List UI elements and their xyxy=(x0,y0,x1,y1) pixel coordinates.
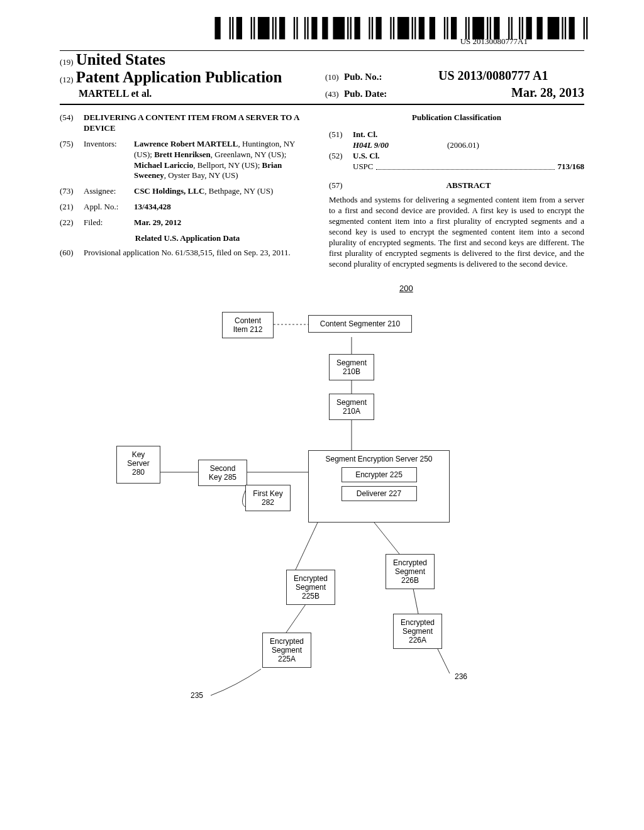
field-num-43: (43) xyxy=(325,89,344,99)
box-segment-210a: Segment 210A xyxy=(329,394,374,420)
box-key-server: Key Server 280 xyxy=(116,446,160,484)
intcl-label: Int. Cl. xyxy=(353,130,584,140)
field-num-54: (54) xyxy=(60,113,84,134)
pubdate-row: (43) Pub. Date: Mar. 28, 2013 xyxy=(325,86,584,100)
field-num-10: (10) xyxy=(325,72,344,82)
field-num-21: (21) xyxy=(60,202,84,213)
invention-title: DELIVERING A CONTENT ITEM FROM A SERVER … xyxy=(84,113,315,134)
figure-diagram: 200 Content Item 212 Content Segmenter 2… xyxy=(60,284,584,711)
provisional-row: (60) Provisional application No. 61/538,… xyxy=(60,248,315,258)
assignee-loc: , Bethpage, NY (US) xyxy=(204,186,273,196)
field-num-73: (73) xyxy=(60,186,84,197)
box-first-key: First Key 282 xyxy=(245,485,291,511)
box-encrypter: Encrypter 225 xyxy=(341,467,417,482)
abstract-text: Methods and systems for delivering a seg… xyxy=(329,195,584,269)
header-right: (10) Pub. No.: US 2013/0080777 A1 (43) P… xyxy=(319,51,584,100)
country-name: United States xyxy=(76,51,165,68)
intcl-block: Int. Cl. H04L 9/00 (2006.01) xyxy=(353,130,584,151)
inventor-3-loc: , Bellport, NY (US); xyxy=(193,160,262,170)
applno-value: 13/434,428 xyxy=(134,202,315,213)
left-column: (54) DELIVERING A CONTENT ITEM FROM A SE… xyxy=(60,113,315,270)
figure-ref-200: 200 xyxy=(399,284,413,293)
uscl-block: U.S. Cl. USPC 713/168 xyxy=(353,151,584,172)
uspc-row: USPC 713/168 xyxy=(353,162,584,172)
box-segment-210b: Segment 210B xyxy=(329,354,374,380)
inventor-2-name: Brett Henriksen xyxy=(154,150,211,159)
inventor-1-name: Lawrence Robert MARTELL xyxy=(134,139,238,148)
field-num-57: (57) xyxy=(329,180,353,191)
header: (19) United States (12) Patent Applicati… xyxy=(60,51,584,100)
inventors-label: Inventors: xyxy=(84,139,134,182)
inventors-value: Lawrence Robert MARTELL, Huntington, NY … xyxy=(134,139,315,182)
box-content-item: Content Item 212 xyxy=(222,312,274,338)
box-enc-seg-225b: Encrypted Segment 225B xyxy=(286,570,335,605)
box-deliverer: Deliverer 227 xyxy=(341,486,417,501)
authors-line: MARTELL et al. xyxy=(60,88,319,99)
pubdate-label: Pub. Date: xyxy=(344,89,438,99)
field-num-75: (75) xyxy=(60,139,84,182)
intcl-code: H04L 9/00 xyxy=(353,140,447,151)
provisional-text: Provisional application No. 61/538,515, … xyxy=(84,248,315,258)
filed-value: Mar. 29, 2012 xyxy=(134,218,315,228)
svg-line-6 xyxy=(296,523,318,570)
patent-page: ▌║▌║█║▌║║▌▌█║▌║▌║█║▌▌║▌║█║▌║║▌▌█║▌║ US 2… xyxy=(0,0,644,830)
assignee-label: Assignee: xyxy=(84,186,134,197)
abstract-label: ABSTRACT xyxy=(353,180,584,191)
pub-class-heading: Publication Classification xyxy=(329,113,584,123)
field-num-19: (19) xyxy=(60,57,74,67)
intcl-year: (2006.01) xyxy=(447,140,479,151)
title-row: (54) DELIVERING A CONTENT ITEM FROM A SE… xyxy=(60,113,315,134)
box-second-key: Second Key 285 xyxy=(198,460,247,486)
inventor-2-loc: , Greenlawn, NY (US); xyxy=(211,150,286,159)
label-seg-enc-server: Segment Encryption Server 250 xyxy=(314,455,444,463)
svg-line-7 xyxy=(374,523,399,554)
field-num-22: (22) xyxy=(60,218,84,228)
body-columns: (54) DELIVERING A CONTENT ITEM FROM A SE… xyxy=(60,113,584,270)
box-enc-seg-225a: Encrypted Segment 225A xyxy=(262,633,311,668)
field-num-12: (12) xyxy=(60,75,74,84)
inventor-3-name: Michael Lariccio xyxy=(134,160,193,170)
header-left: (19) United States (12) Patent Applicati… xyxy=(60,51,319,100)
divider-thick xyxy=(60,104,584,105)
filed-label: Filed: xyxy=(84,218,134,228)
intcl-code-row: H04L 9/00 (2006.01) xyxy=(353,140,584,151)
applno-label: Appl. No.: xyxy=(84,202,134,213)
pub-type: Patent Application Publication xyxy=(76,69,282,86)
field-num-52: (52) xyxy=(329,151,353,172)
assignee-name: CSC Holdings, LLC xyxy=(134,186,204,196)
barcode-row: ▌║▌║█║▌║║▌▌█║▌║▌║█║▌▌║▌║█║▌║║▌▌█║▌║ xyxy=(60,19,584,38)
uspc-label: USPC xyxy=(353,162,374,172)
barcode-graphic: ▌║▌║█║▌║║▌▌█║▌║▌║█║▌▌║▌║█║▌║║▌▌█║▌║ xyxy=(215,19,591,38)
related-app-heading: Related U.S. Application Data xyxy=(60,233,315,244)
pubdate-value: Mar. 28, 2013 xyxy=(511,86,584,100)
uscl-label: U.S. Cl. xyxy=(353,151,584,162)
ref-236: 236 xyxy=(455,672,467,681)
assignee-value: CSC Holdings, LLC, Bethpage, NY (US) xyxy=(134,186,315,197)
pub-type-row: (12) Patent Application Publication xyxy=(60,69,319,86)
assignee-row: (73) Assignee: CSC Holdings, LLC, Bethpa… xyxy=(60,186,315,197)
field-num-60: (60) xyxy=(60,248,84,258)
svg-line-10 xyxy=(436,645,450,673)
pubno-label: Pub. No.: xyxy=(344,72,438,82)
intcl-row: (51) Int. Cl. H04L 9/00 (2006.01) xyxy=(329,130,584,151)
dotted-leader xyxy=(376,162,555,170)
applno-row: (21) Appl. No.: 13/434,428 xyxy=(60,202,315,213)
box-content-segmenter: Content Segmenter 210 xyxy=(308,315,412,333)
field-num-51: (51) xyxy=(329,130,353,151)
abstract-heading-row: (57) ABSTRACT xyxy=(329,180,584,191)
inventors-row: (75) Inventors: Lawrence Robert MARTELL,… xyxy=(60,139,315,182)
filed-row: (22) Filed: Mar. 29, 2012 xyxy=(60,218,315,228)
box-seg-enc-server: Segment Encryption Server 250 Encrypter … xyxy=(308,450,450,523)
inventor-4-loc: , Oyster Bay, NY (US) xyxy=(164,170,238,180)
uspc-value: 713/168 xyxy=(557,162,584,172)
pubno-value: US 2013/0080777 A1 xyxy=(438,69,548,83)
box-enc-seg-226b: Encrypted Segment 226B xyxy=(386,554,435,589)
uscl-row: (52) U.S. Cl. USPC 713/168 xyxy=(329,151,584,172)
right-column: Publication Classification (51) Int. Cl.… xyxy=(329,113,584,270)
country-row: (19) United States xyxy=(60,51,319,69)
box-enc-seg-226a: Encrypted Segment 226A xyxy=(393,614,442,649)
pubno-row: (10) Pub. No.: US 2013/0080777 A1 xyxy=(325,69,584,83)
ref-235: 235 xyxy=(191,691,203,700)
